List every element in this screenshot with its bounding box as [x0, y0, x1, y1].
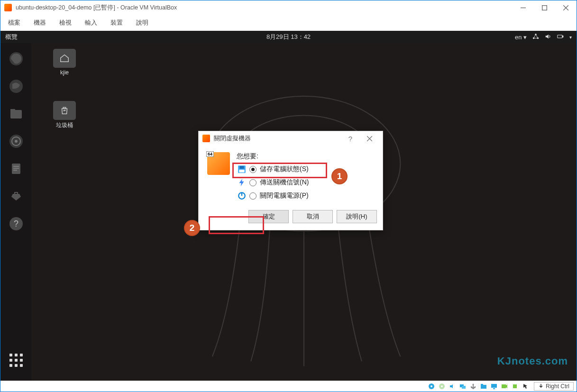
close-button[interactable] — [555, 0, 577, 15]
input-language[interactable]: en ▾ — [515, 34, 527, 41]
virtualbox-window: ubuntu-desktop-20_04-demo [已暫停] - Oracle… — [0, 0, 577, 392]
svg-rect-38 — [462, 386, 466, 389]
svg-text:?: ? — [13, 219, 18, 228]
svg-rect-43 — [502, 384, 506, 388]
menu-file[interactable]: 檔案 — [8, 18, 20, 27]
window-titlebar: ubuntu-desktop-20_04-demo [已暫停] - Oracle… — [0, 0, 577, 15]
dock-writer-icon[interactable] — [5, 158, 27, 180]
svg-rect-16 — [10, 109, 15, 111]
status-audio-icon[interactable] — [449, 383, 456, 390]
status-cpu-icon[interactable] — [511, 383, 519, 390]
virtualbox-statusbar: Right Ctrl — [0, 381, 577, 392]
option-power-off[interactable]: 關閉電腦電源(P) — [237, 189, 374, 202]
radio-icon — [249, 179, 256, 186]
svg-rect-29 — [239, 170, 244, 173]
dialog-title: 關閉虛擬機器 — [214, 134, 251, 143]
radio-icon — [249, 166, 256, 173]
svg-rect-11 — [558, 35, 562, 37]
virtualbox-icon — [4, 4, 12, 11]
radio-icon — [249, 192, 256, 200]
dialog-button-row: 確定 取消 說明(H) — [199, 206, 383, 230]
desktop-trash[interactable]: 垃圾桶 — [46, 101, 83, 129]
window-title: ubuntu-desktop-20_04-demo [已暫停] - Oracle… — [16, 4, 513, 12]
desktop-icon-label: kjie — [46, 69, 83, 76]
menu-devices[interactable]: 裝置 — [110, 18, 123, 27]
svg-rect-1 — [542, 5, 547, 10]
virtualbox-icon — [202, 135, 210, 142]
dock-firefox-icon[interactable] — [5, 48, 27, 70]
menu-view[interactable]: 檢視 — [59, 18, 72, 27]
svg-rect-40 — [481, 384, 483, 385]
svg-rect-42 — [493, 388, 495, 389]
svg-rect-12 — [562, 36, 563, 37]
help-button[interactable]: 說明(H) — [337, 210, 377, 223]
desktop-icon-label: 垃圾桶 — [46, 121, 83, 129]
status-shared-folders-icon[interactable] — [480, 383, 487, 390]
cancel-button[interactable]: 取消 — [293, 210, 333, 223]
svg-rect-15 — [10, 110, 22, 119]
svg-point-36 — [441, 385, 443, 387]
svg-rect-39 — [481, 385, 486, 389]
clock[interactable]: 8月29日 13：42 — [266, 33, 311, 41]
status-recording-icon[interactable] — [501, 383, 508, 390]
option-label: 關閉電腦電源(P) — [260, 191, 309, 200]
annotation-badge-1: 1 — [331, 168, 348, 184]
dialog-help-button[interactable]: ? — [341, 131, 360, 146]
option-label: 傳送關機信號(N) — [260, 178, 309, 187]
menu-machine[interactable]: 機器 — [34, 18, 46, 27]
close-vm-dialog: 關閉虛擬機器 ? 64 您想要: 儲存電腦狀態(S) — [198, 131, 383, 230]
dialog-vm-icon: 64 — [207, 152, 230, 175]
status-network-icon[interactable] — [459, 383, 467, 390]
svg-rect-30 — [240, 166, 244, 169]
dialog-close-button[interactable] — [360, 131, 379, 146]
ok-button[interactable]: 確定 — [248, 210, 289, 223]
menu-input[interactable]: 輸入 — [85, 18, 97, 27]
status-hdd-icon[interactable] — [428, 383, 435, 390]
svg-rect-41 — [491, 384, 497, 388]
desktop-home-folder[interactable]: kjie — [46, 49, 83, 76]
status-mouse-icon[interactable] — [522, 383, 529, 390]
svg-rect-20 — [12, 164, 20, 174]
menu-help[interactable]: 說明 — [136, 18, 148, 27]
svg-rect-44 — [513, 384, 517, 388]
svg-point-19 — [15, 140, 18, 143]
dialog-titlebar: 關閉虛擬機器 ? — [199, 131, 383, 146]
status-usb-icon[interactable] — [469, 383, 477, 390]
dialog-prompt: 您想要: — [237, 152, 374, 161]
dock-help-icon[interactable]: ? — [5, 213, 27, 235]
minimize-button[interactable] — [513, 0, 534, 15]
annotation-badge-2: 2 — [184, 220, 200, 236]
option-label: 儲存電腦狀態(S) — [260, 165, 309, 173]
guest-viewport: 概覽 8月29日 13：42 en ▾ ▾ ? — [0, 31, 577, 381]
network-icon[interactable] — [532, 33, 539, 41]
bolt-icon — [238, 178, 246, 187]
arch-badge: 64 — [206, 151, 214, 157]
option-save-state[interactable]: 儲存電腦狀態(S) — [237, 163, 374, 176]
system-menu-chevron[interactable]: ▾ — [569, 35, 572, 40]
volume-icon[interactable] — [545, 33, 551, 41]
dock-thunderbird-icon[interactable] — [5, 75, 27, 97]
disk-icon — [238, 165, 246, 173]
maximize-button[interactable] — [534, 0, 555, 15]
status-optical-icon[interactable] — [438, 383, 446, 390]
status-display-icon[interactable] — [490, 383, 498, 390]
power-icon — [238, 191, 246, 200]
dock-files-icon[interactable] — [5, 103, 27, 125]
ubuntu-dock: ? — [0, 43, 31, 381]
battery-icon[interactable] — [557, 33, 564, 41]
activities-button[interactable]: 概覽 — [5, 33, 18, 41]
host-key-indicator[interactable]: Right Ctrl — [534, 382, 574, 391]
dock-software-icon[interactable] — [5, 185, 27, 207]
svg-point-34 — [430, 385, 432, 387]
dock-rhythmbox-icon[interactable] — [5, 130, 27, 152]
ubuntu-top-bar: 概覽 8月29日 13：42 en ▾ ▾ — [0, 31, 577, 43]
option-acpi-shutdown[interactable]: 傳送關機信號(N) — [237, 176, 374, 189]
menubar: 檔案 機器 檢視 輸入 裝置 說明 — [0, 15, 577, 31]
dock-show-apps-button[interactable] — [5, 349, 27, 371]
